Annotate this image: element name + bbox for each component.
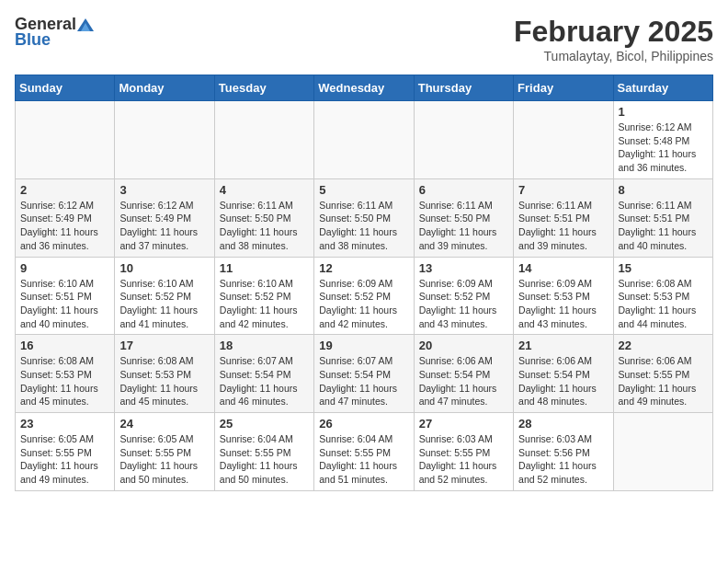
day-number: 9 (20, 261, 109, 275)
day-number: 21 (518, 339, 608, 352)
day-header-saturday: Saturday (613, 75, 712, 101)
day-info: Sunrise: 6:03 AM Sunset: 5:55 PM Dayligh… (419, 432, 508, 487)
day-number: 27 (419, 417, 508, 431)
calendar-week-3: 9Sunrise: 6:10 AM Sunset: 5:51 PM Daylig… (16, 257, 713, 335)
day-info: Sunrise: 6:11 AM Sunset: 5:51 PM Dayligh… (518, 199, 608, 253)
calendar-week-2: 2Sunrise: 6:12 AM Sunset: 5:49 PM Daylig… (16, 178, 713, 257)
day-number: 7 (518, 183, 608, 197)
calendar-cell: 28Sunrise: 6:03 AM Sunset: 5:56 PM Dayli… (514, 413, 613, 491)
calendar-cell: 10Sunrise: 6:10 AM Sunset: 5:52 PM Dayli… (115, 257, 214, 335)
calendar-cell (414, 101, 513, 179)
day-number: 26 (319, 417, 408, 431)
calendar-week-1: 1Sunrise: 6:12 AM Sunset: 5:48 PM Daylig… (16, 101, 713, 179)
calendar-cell: 27Sunrise: 6:03 AM Sunset: 5:55 PM Dayli… (414, 413, 513, 491)
day-header-tuesday: Tuesday (214, 75, 313, 101)
header: General Blue February 2025 Tumalaytay, B… (15, 15, 713, 63)
day-number: 17 (119, 339, 209, 352)
day-number: 24 (119, 417, 209, 431)
calendar-cell: 16Sunrise: 6:08 AM Sunset: 5:53 PM Dayli… (16, 335, 115, 413)
calendar-cell: 19Sunrise: 6:07 AM Sunset: 5:54 PM Dayli… (314, 335, 414, 413)
day-info: Sunrise: 6:04 AM Sunset: 5:55 PM Dayligh… (220, 432, 309, 487)
calendar-cell: 21Sunrise: 6:06 AM Sunset: 5:54 PM Dayli… (514, 335, 613, 413)
day-info: Sunrise: 6:10 AM Sunset: 5:52 PM Dayligh… (220, 277, 309, 331)
logo: General Blue (15, 15, 94, 50)
day-info: Sunrise: 6:11 AM Sunset: 5:51 PM Dayligh… (619, 199, 708, 253)
day-info: Sunrise: 6:11 AM Sunset: 5:50 PM Dayligh… (419, 199, 508, 253)
calendar-cell: 15Sunrise: 6:08 AM Sunset: 5:53 PM Dayli… (613, 257, 712, 335)
day-number: 13 (419, 261, 508, 275)
day-number: 10 (119, 261, 209, 275)
day-number: 16 (20, 339, 109, 352)
day-header-wednesday: Wednesday (314, 75, 414, 101)
calendar: SundayMondayTuesdayWednesdayThursdayFrid… (15, 75, 713, 491)
calendar-cell (314, 101, 414, 179)
day-info: Sunrise: 6:07 AM Sunset: 5:54 PM Dayligh… (220, 354, 309, 408)
day-number: 25 (220, 417, 309, 431)
day-header-thursday: Thursday (414, 75, 513, 101)
calendar-cell: 9Sunrise: 6:10 AM Sunset: 5:51 PM Daylig… (16, 257, 115, 335)
day-info: Sunrise: 6:09 AM Sunset: 5:52 PM Dayligh… (419, 277, 508, 331)
day-info: Sunrise: 6:10 AM Sunset: 5:51 PM Dayligh… (20, 277, 109, 331)
calendar-cell: 6Sunrise: 6:11 AM Sunset: 5:50 PM Daylig… (414, 178, 513, 257)
day-info: Sunrise: 6:11 AM Sunset: 5:50 PM Dayligh… (220, 199, 309, 253)
day-info: Sunrise: 6:03 AM Sunset: 5:56 PM Dayligh… (518, 432, 608, 487)
day-number: 28 (518, 417, 608, 431)
day-number: 6 (419, 183, 508, 197)
day-number: 19 (319, 339, 408, 352)
day-info: Sunrise: 6:09 AM Sunset: 5:52 PM Dayligh… (319, 277, 408, 331)
day-number: 22 (619, 339, 708, 352)
calendar-cell: 7Sunrise: 6:11 AM Sunset: 5:51 PM Daylig… (514, 178, 613, 257)
day-number: 3 (119, 183, 209, 197)
day-number: 12 (319, 261, 408, 275)
calendar-cell: 26Sunrise: 6:04 AM Sunset: 5:55 PM Dayli… (314, 413, 414, 491)
calendar-cell (214, 101, 313, 179)
calendar-cell (115, 101, 214, 179)
day-info: Sunrise: 6:04 AM Sunset: 5:55 PM Dayligh… (319, 432, 408, 487)
day-info: Sunrise: 6:10 AM Sunset: 5:52 PM Dayligh… (119, 277, 209, 331)
calendar-cell: 23Sunrise: 6:05 AM Sunset: 5:55 PM Dayli… (16, 413, 115, 491)
day-info: Sunrise: 6:12 AM Sunset: 5:49 PM Dayligh… (119, 199, 209, 253)
calendar-cell: 1Sunrise: 6:12 AM Sunset: 5:48 PM Daylig… (613, 101, 712, 179)
day-info: Sunrise: 6:12 AM Sunset: 5:48 PM Dayligh… (619, 121, 708, 175)
calendar-header-row: SundayMondayTuesdayWednesdayThursdayFrid… (16, 75, 713, 101)
calendar-cell: 18Sunrise: 6:07 AM Sunset: 5:54 PM Dayli… (214, 335, 313, 413)
calendar-week-5: 23Sunrise: 6:05 AM Sunset: 5:55 PM Dayli… (16, 413, 713, 491)
calendar-cell: 2Sunrise: 6:12 AM Sunset: 5:49 PM Daylig… (16, 178, 115, 257)
location-subtitle: Tumalaytay, Bicol, Philippines (514, 49, 713, 63)
calendar-cell: 11Sunrise: 6:10 AM Sunset: 5:52 PM Dayli… (214, 257, 313, 335)
day-number: 14 (518, 261, 608, 275)
day-number: 2 (20, 183, 109, 197)
day-info: Sunrise: 6:07 AM Sunset: 5:54 PM Dayligh… (319, 354, 408, 408)
month-title: February 2025 (514, 15, 713, 49)
day-info: Sunrise: 6:09 AM Sunset: 5:53 PM Dayligh… (518, 277, 608, 331)
day-number: 4 (220, 183, 309, 197)
day-info: Sunrise: 6:12 AM Sunset: 5:49 PM Dayligh… (20, 199, 109, 253)
day-number: 15 (619, 261, 708, 275)
day-info: Sunrise: 6:08 AM Sunset: 5:53 PM Dayligh… (119, 354, 209, 408)
calendar-cell: 3Sunrise: 6:12 AM Sunset: 5:49 PM Daylig… (115, 178, 214, 257)
day-info: Sunrise: 6:05 AM Sunset: 5:55 PM Dayligh… (20, 432, 109, 487)
calendar-cell (16, 101, 115, 179)
calendar-cell (613, 413, 712, 491)
calendar-cell: 17Sunrise: 6:08 AM Sunset: 5:53 PM Dayli… (115, 335, 214, 413)
day-info: Sunrise: 6:05 AM Sunset: 5:55 PM Dayligh… (119, 432, 209, 487)
calendar-cell: 14Sunrise: 6:09 AM Sunset: 5:53 PM Dayli… (514, 257, 613, 335)
day-number: 20 (419, 339, 508, 352)
calendar-cell: 24Sunrise: 6:05 AM Sunset: 5:55 PM Dayli… (115, 413, 214, 491)
calendar-cell: 8Sunrise: 6:11 AM Sunset: 5:51 PM Daylig… (613, 178, 712, 257)
calendar-cell: 22Sunrise: 6:06 AM Sunset: 5:55 PM Dayli… (613, 335, 712, 413)
calendar-cell: 25Sunrise: 6:04 AM Sunset: 5:55 PM Dayli… (214, 413, 313, 491)
day-number: 11 (220, 261, 309, 275)
day-info: Sunrise: 6:08 AM Sunset: 5:53 PM Dayligh… (20, 354, 109, 408)
calendar-cell: 4Sunrise: 6:11 AM Sunset: 5:50 PM Daylig… (214, 178, 313, 257)
day-header-monday: Monday (115, 75, 214, 101)
day-info: Sunrise: 6:08 AM Sunset: 5:53 PM Dayligh… (619, 277, 708, 331)
day-number: 8 (619, 183, 708, 197)
day-info: Sunrise: 6:11 AM Sunset: 5:50 PM Dayligh… (319, 199, 408, 253)
day-header-sunday: Sunday (16, 75, 115, 101)
day-header-friday: Friday (514, 75, 613, 101)
logo-blue: Blue (15, 30, 51, 50)
calendar-cell (514, 101, 613, 179)
day-number: 1 (619, 105, 708, 119)
calendar-cell: 12Sunrise: 6:09 AM Sunset: 5:52 PM Dayli… (314, 257, 414, 335)
